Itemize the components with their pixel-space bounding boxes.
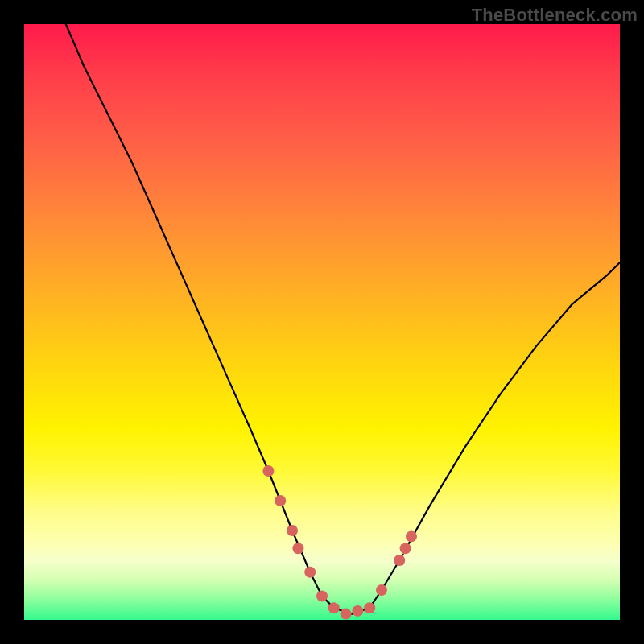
- marker-dot: [304, 567, 316, 578]
- chart-frame: TheBottleneck.com: [0, 0, 644, 644]
- marker-dot: [292, 543, 303, 554]
- marker-dot: [341, 609, 352, 620]
- marker-dot: [352, 605, 363, 617]
- bottleneck-curve: [66, 24, 620, 614]
- marker-dot: [275, 495, 286, 506]
- marker-dot: [400, 543, 411, 554]
- marker-dot: [364, 602, 375, 613]
- marker-dot: [262, 465, 274, 477]
- marker-dot: [316, 590, 328, 601]
- marker-dots: [262, 465, 417, 620]
- watermark-text: TheBottleneck.com: [472, 5, 638, 26]
- marker-dot: [287, 525, 298, 536]
- marker-dot: [406, 530, 417, 542]
- marker-dot: [376, 584, 387, 596]
- marker-dot: [394, 555, 405, 566]
- curve-svg: [24, 24, 620, 620]
- plot-area: [24, 24, 620, 620]
- marker-dot: [328, 602, 340, 613]
